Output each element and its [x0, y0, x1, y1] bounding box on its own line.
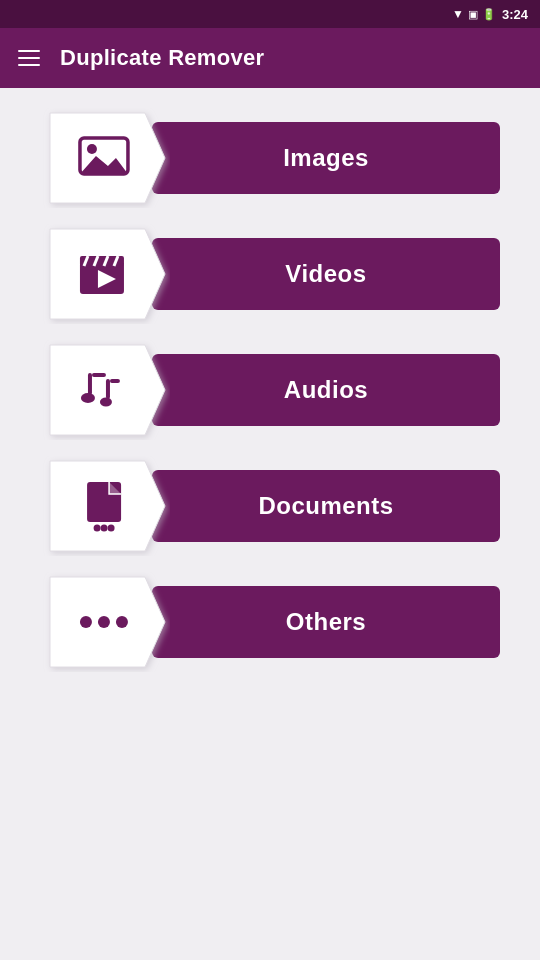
audios-menu-item[interactable]: Audios — [40, 340, 500, 440]
svg-point-27 — [98, 616, 110, 628]
hamburger-menu-button[interactable] — [18, 50, 40, 66]
app-title: Duplicate Remover — [60, 45, 264, 71]
images-pentagon — [40, 108, 170, 208]
documents-label-button[interactable]: Documents — [152, 470, 500, 542]
svg-point-24 — [108, 525, 115, 532]
documents-menu-item[interactable]: Documents — [40, 456, 500, 556]
svg-point-23 — [101, 525, 108, 532]
svg-point-14 — [81, 393, 95, 403]
app-header: Duplicate Remover — [0, 28, 540, 88]
videos-pentagon — [40, 224, 170, 324]
svg-rect-18 — [110, 379, 120, 383]
others-icon — [78, 612, 130, 632]
documents-label-text: Documents — [258, 492, 393, 520]
svg-rect-15 — [92, 373, 106, 377]
hamburger-line-3 — [18, 64, 40, 66]
image-icon — [78, 136, 130, 180]
svg-point-2 — [87, 144, 97, 154]
documents-icon — [81, 480, 127, 532]
battery-icon: 🔋 — [482, 8, 496, 21]
svg-point-28 — [116, 616, 128, 628]
images-label-button[interactable]: Images — [152, 122, 500, 194]
status-time: 3:24 — [502, 7, 528, 22]
others-label-button[interactable]: Others — [152, 586, 500, 658]
svg-marker-3 — [80, 156, 128, 174]
svg-rect-16 — [106, 379, 110, 399]
others-menu-item[interactable]: Others — [40, 572, 500, 672]
audios-label-text: Audios — [284, 376, 368, 404]
svg-point-17 — [100, 398, 112, 407]
status-bar: ▼ ▣ 🔋 3:24 — [0, 0, 540, 28]
svg-rect-20 — [87, 482, 121, 522]
svg-point-26 — [80, 616, 92, 628]
video-icon — [78, 252, 130, 296]
others-label-text: Others — [286, 608, 366, 636]
signal-icon: ▣ — [468, 8, 478, 21]
hamburger-line-1 — [18, 50, 40, 52]
documents-pentagon — [40, 456, 170, 556]
svg-rect-13 — [88, 373, 92, 395]
others-pentagon — [40, 572, 170, 672]
audio-icon — [78, 365, 130, 415]
videos-label-text: Videos — [285, 260, 366, 288]
videos-label-button[interactable]: Videos — [152, 238, 500, 310]
status-icons: ▼ ▣ 🔋 — [452, 7, 496, 21]
svg-point-22 — [94, 525, 101, 532]
images-label-text: Images — [283, 144, 369, 172]
videos-menu-item[interactable]: Videos — [40, 224, 500, 324]
images-menu-item[interactable]: Images — [40, 108, 500, 208]
audios-label-button[interactable]: Audios — [152, 354, 500, 426]
hamburger-line-2 — [18, 57, 40, 59]
wifi-icon: ▼ — [452, 7, 464, 21]
audios-pentagon — [40, 340, 170, 440]
main-content: Images — [0, 88, 540, 692]
